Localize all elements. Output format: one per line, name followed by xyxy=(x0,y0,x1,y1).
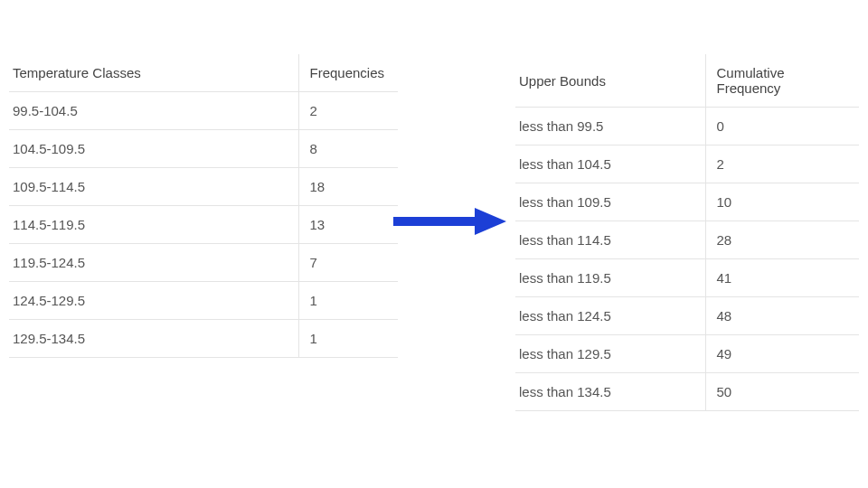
table-row: less than 104.5 2 xyxy=(515,145,859,183)
table-row: less than 134.5 50 xyxy=(515,373,859,411)
cell-cum: 10 xyxy=(705,183,859,221)
header-frequencies: Frequencies xyxy=(298,54,398,92)
table-row: less than 99.5 0 xyxy=(515,108,859,145)
cell-class: 119.5-124.5 xyxy=(9,244,298,282)
cell-cum: 28 xyxy=(705,221,859,259)
svg-marker-1 xyxy=(475,208,506,235)
cell-class: 124.5-129.5 xyxy=(9,282,298,320)
header-cumulative-frequency: Cumulative Frequency xyxy=(705,54,859,108)
table-row: 124.5-129.5 1 xyxy=(9,282,398,320)
cell-cum: 41 xyxy=(705,259,859,297)
cell-freq: 8 xyxy=(298,130,398,168)
arrow-right-icon xyxy=(389,203,506,239)
cell-cum: 50 xyxy=(705,373,859,411)
table-row: less than 129.5 49 xyxy=(515,335,859,373)
cell-cum: 0 xyxy=(705,108,859,145)
cell-bound: less than 99.5 xyxy=(515,108,705,145)
cell-class: 129.5-134.5 xyxy=(9,320,298,358)
table-row: 99.5-104.5 2 xyxy=(9,92,398,130)
cell-cum: 49 xyxy=(705,335,859,373)
table-row: less than 119.5 41 xyxy=(515,259,859,297)
cell-cum: 2 xyxy=(705,145,859,183)
cell-class: 99.5-104.5 xyxy=(9,92,298,130)
cell-freq: 7 xyxy=(298,244,398,282)
cell-bound: less than 119.5 xyxy=(515,259,705,297)
table-row: 119.5-124.5 7 xyxy=(9,244,398,282)
cell-freq: 2 xyxy=(298,92,398,130)
cell-class: 109.5-114.5 xyxy=(9,168,298,206)
table-row: 109.5-114.5 18 xyxy=(9,168,398,206)
cell-class: 114.5-119.5 xyxy=(9,206,298,244)
cell-bound: less than 134.5 xyxy=(515,373,705,411)
table-row: 104.5-109.5 8 xyxy=(9,130,398,168)
table-row: 114.5-119.5 13 xyxy=(9,206,398,244)
header-upper-bounds: Upper Bounds xyxy=(515,54,705,108)
table-header-row: Temperature Classes Frequencies xyxy=(9,54,398,92)
cell-freq: 1 xyxy=(298,282,398,320)
cell-bound: less than 129.5 xyxy=(515,335,705,373)
table-header-row: Upper Bounds Cumulative Frequency xyxy=(515,54,859,108)
table-row: less than 124.5 48 xyxy=(515,297,859,335)
cell-freq: 18 xyxy=(298,168,398,206)
cumulative-frequency-table: Upper Bounds Cumulative Frequency less t… xyxy=(515,54,859,411)
table-row: less than 114.5 28 xyxy=(515,221,859,259)
cell-bound: less than 104.5 xyxy=(515,145,705,183)
header-temperature-classes: Temperature Classes xyxy=(9,54,298,92)
cell-cum: 48 xyxy=(705,297,859,335)
cell-freq: 13 xyxy=(298,206,398,244)
table-row: less than 109.5 10 xyxy=(515,183,859,221)
cell-bound: less than 114.5 xyxy=(515,221,705,259)
frequency-table: Temperature Classes Frequencies 99.5-104… xyxy=(9,54,398,358)
cell-class: 104.5-109.5 xyxy=(9,130,298,168)
cell-bound: less than 124.5 xyxy=(515,297,705,335)
table-row: 129.5-134.5 1 xyxy=(9,320,398,358)
cell-freq: 1 xyxy=(298,320,398,358)
cell-bound: less than 109.5 xyxy=(515,183,705,221)
